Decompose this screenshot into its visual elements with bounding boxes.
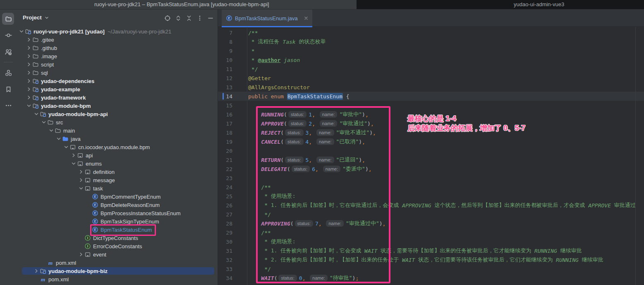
tree-row-event[interactable]: event	[17, 250, 218, 259]
line-number[interactable]: 27	[218, 211, 247, 218]
line-number[interactable]: 13	[218, 84, 247, 90]
line-number[interactable]: 18	[218, 130, 247, 136]
code-line-23[interactable]: 23	[218, 173, 644, 183]
code-line-28[interactable]: 28 APPROVING(status:7, name:"审批通过中"),	[218, 219, 644, 228]
line-number[interactable]: 10	[218, 57, 247, 63]
code-line-29[interactable]: 29 /**	[218, 228, 644, 237]
code-line-22[interactable]: 22 DELEGATE(status:6, name:"委派中"),	[218, 164, 644, 173]
tree-row-errorcodeconstants[interactable]: IErrorCodeConstants	[17, 242, 218, 250]
code-line-25[interactable]: 25 * 使用场景:	[218, 192, 644, 201]
tree-row-cn.iocoder.yudao.module.bpm[interactable]: cn.iocoder.yudao.module.bpm	[17, 143, 218, 151]
code-line-20[interactable]: 20	[218, 146, 644, 155]
line-number[interactable]: 29	[218, 230, 247, 236]
line-number[interactable]: 31	[218, 248, 247, 254]
code-line-26[interactable]: 26 * 1. 任务被向后【加签】时，它在审批通过后，会变成 APPROVING…	[218, 201, 644, 210]
code-line-30[interactable]: 30 * 使用场景:	[218, 237, 644, 246]
tree-row-yudao-module-bpm-api[interactable]: yudao-module-bpm-api	[17, 110, 218, 118]
tree-row-bpmprocessinstancestatusenum[interactable]: EBpmProcessInstanceStatusEnum	[17, 209, 218, 217]
code-line-19[interactable]: 19 CANCEL(status:4, name:"已取消"),	[218, 137, 644, 146]
line-number[interactable]: 30	[218, 239, 247, 245]
line-number[interactable]: 16	[218, 112, 247, 118]
line-number[interactable]: 25	[218, 193, 247, 200]
line-number[interactable]: 8	[218, 39, 247, 45]
tree-row-task[interactable]: task	[17, 184, 218, 192]
stripe-commit-icon[interactable]	[0, 29, 17, 41]
tree-row-sql[interactable]: sql	[17, 69, 218, 77]
line-number[interactable]: 11	[218, 66, 247, 72]
line-number[interactable]: 23	[218, 175, 247, 181]
code-line-33[interactable]: 33 */	[218, 264, 644, 273]
stripe-bookmarks-icon[interactable]	[0, 83, 17, 95]
code-line-31[interactable]: 31 * 1. 任务被向前【加签】时，它会变成 WAIT 状态，需要等待【加签】…	[218, 246, 644, 255]
action-collapse-all-icon[interactable]	[184, 13, 194, 24]
tree-row-main[interactable]: main	[17, 126, 218, 135]
code-line-34[interactable]: 34 WAIT(status:0, name:"待审批");	[218, 273, 644, 283]
code-line-32[interactable]: 32 * 2. 任务被向后【加签】时，【加签】出来的任务处于 WAIT 状态，它…	[218, 255, 644, 264]
tree-row-bpmtasksigntypeenum[interactable]: EBpmTaskSignTypeEnum	[17, 217, 218, 226]
line-number[interactable]: 19	[218, 139, 247, 145]
code-line-8[interactable]: 8 * 流程任务 Task 的状态枚举	[218, 37, 644, 46]
code-line-12[interactable]: 12@Getter	[218, 74, 644, 83]
code-line-11[interactable]: 11 */	[218, 64, 644, 74]
chevron-down-icon[interactable]	[41, 119, 47, 126]
tree-row-api[interactable]: api	[17, 151, 218, 159]
tree-row-yudao-example[interactable]: yudao-example	[17, 85, 218, 93]
line-number[interactable]: 12	[218, 75, 247, 81]
tree-row-script[interactable]: script	[17, 60, 218, 69]
tree-row-.gitee[interactable]: .gitee	[17, 36, 218, 44]
stripe-more-icon[interactable]	[0, 100, 17, 111]
code-line-24[interactable]: 24 /**	[218, 183, 644, 192]
action-locate-opened-file-icon[interactable]	[162, 13, 173, 24]
chevron-right-icon[interactable]	[26, 78, 32, 84]
code-line-27[interactable]: 27 */	[218, 210, 644, 219]
tree-row-dicttypeconstants[interactable]: IDictTypeConstants	[17, 234, 218, 242]
chevron-right-icon[interactable]	[26, 94, 32, 101]
titlebar-front-window[interactable]: ruoyi-vue-pro-jdk21 – BpmTaskStatusEnum.…	[0, 0, 357, 10]
code-editor[interactable]: 7/**8 * 流程任务 Task 的状态枚举9 *10 * @author j…	[218, 27, 644, 285]
line-number[interactable]: 33	[218, 266, 247, 272]
chevron-right-icon[interactable]	[78, 251, 84, 258]
tree-row-yudao-module-bpm[interactable]: yudao-module-bpm	[17, 102, 218, 110]
chevron-down-icon[interactable]	[55, 135, 62, 142]
code-line-21[interactable]: 21 RETURN(status:5, name:"已退回"),	[218, 155, 644, 164]
line-number[interactable]: 9	[218, 48, 247, 54]
chevron-right-icon[interactable]	[33, 268, 40, 274]
stripe-structure-icon[interactable]	[0, 67, 17, 78]
line-number[interactable]: 28	[218, 221, 247, 227]
line-number[interactable]: 15	[218, 102, 247, 109]
chevron-right-icon[interactable]	[26, 36, 32, 43]
action-expand-all-icon[interactable]	[173, 13, 184, 24]
code-line-10[interactable]: 10 * @author jason	[218, 55, 644, 64]
chevron-down-icon[interactable]	[33, 111, 40, 117]
chevron-right-icon[interactable]	[78, 169, 84, 175]
tree-row-enums[interactable]: enums	[17, 159, 218, 168]
tree-row-bpmdeletereasonenum[interactable]: EBpmDeleteReasonEnum	[17, 201, 218, 209]
tree-row-java[interactable]: java	[17, 135, 218, 143]
chevron-down-icon[interactable]	[18, 28, 25, 35]
tree-row-.image[interactable]: .image	[17, 52, 218, 60]
chevron-right-icon[interactable]	[26, 86, 32, 93]
chevron-right-icon[interactable]	[26, 45, 32, 51]
line-number[interactable]: 34	[218, 275, 247, 281]
line-number[interactable]: 20	[218, 148, 247, 154]
code-line-13[interactable]: 13@AllArgsConstructor	[218, 83, 644, 92]
tree-row-yudao-module-bpm-biz[interactable]: yudao-module-bpm-biz	[17, 267, 218, 275]
tree-row-pom.xml[interactable]: mpom.xml	[17, 275, 218, 283]
tree-row-src[interactable]: src	[17, 118, 218, 126]
tree-row-definition[interactable]: definition	[17, 168, 218, 176]
line-number[interactable]: 17	[218, 121, 247, 127]
code-line-9[interactable]: 9 *	[218, 46, 644, 55]
code-line-15[interactable]: 15	[218, 101, 644, 110]
line-number[interactable]: 24	[218, 184, 247, 190]
tree-row-ruoyi-vue-pro-jdk21-yudao-[interactable]: ruoyi-vue-pro-jdk21 [yudao]~/Java/ruoyi-…	[17, 27, 218, 36]
line-number[interactable]: 22	[218, 166, 247, 172]
chevron-right-icon[interactable]	[26, 53, 32, 59]
tree-row-pom.xml[interactable]: mpom.xml	[17, 259, 218, 267]
code-line-14[interactable]: 14public enum BpmTaskStatusEnum {	[218, 92, 644, 101]
code-line-35[interactable]: 35	[218, 283, 644, 285]
tree-row-bpmcommenttypeenum[interactable]: EBpmCommentTypeEnum	[17, 192, 218, 201]
tree-row-bpmtaskstatusenum[interactable]: EBpmTaskStatusEnum	[17, 226, 218, 234]
chevron-right-icon[interactable]	[78, 177, 84, 183]
chevron-right-icon[interactable]	[26, 61, 32, 68]
chevron-right-icon[interactable]	[26, 69, 32, 76]
